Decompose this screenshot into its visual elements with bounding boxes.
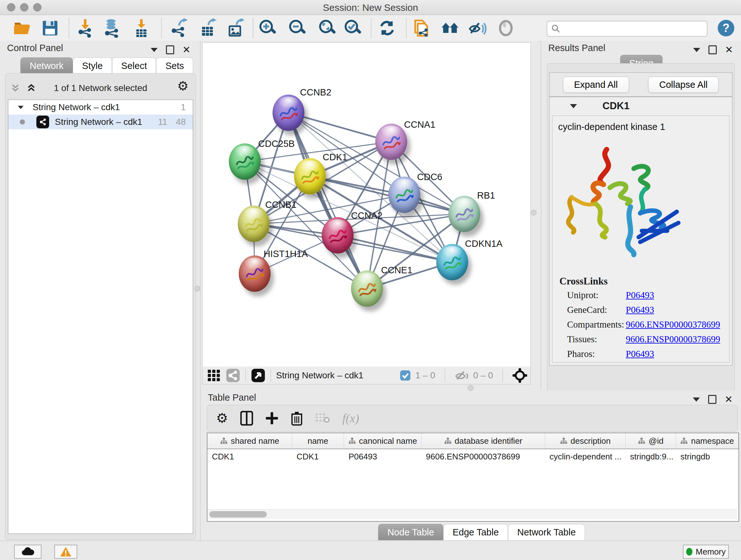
crosslink-label: Compartments: bbox=[567, 319, 624, 330]
panel-menu-icon[interactable] bbox=[693, 397, 700, 401]
table-options-gear-icon[interactable]: ⚙ bbox=[216, 412, 228, 425]
table-cell[interactable]: P06493 bbox=[344, 452, 421, 462]
memory-button[interactable]: Memory bbox=[683, 545, 729, 559]
node-ccnb2[interactable] bbox=[273, 95, 305, 131]
network-options-gear-icon[interactable]: ⚙ bbox=[177, 79, 189, 92]
annotation-share-icon[interactable] bbox=[412, 19, 431, 37]
column-header-description[interactable]: description bbox=[545, 433, 625, 449]
crosslink-genecard-link[interactable]: P06493 bbox=[626, 305, 654, 315]
network-tree-row[interactable]: String Network – cdk11148 bbox=[8, 115, 193, 129]
zoom-in-icon[interactable] bbox=[259, 19, 277, 37]
crosslink-uniprot-link[interactable]: P06493 bbox=[626, 290, 654, 300]
zoom-out-icon[interactable] bbox=[288, 19, 307, 37]
bottom-splitter-handle[interactable] bbox=[468, 385, 474, 391]
tab-network-table[interactable]: Network Table bbox=[508, 524, 585, 540]
panel-float-icon[interactable] bbox=[166, 45, 174, 54]
toolbar-separator bbox=[406, 18, 407, 38]
detach-view-icon[interactable] bbox=[251, 368, 266, 383]
tab-style[interactable]: Style bbox=[73, 57, 112, 74]
panel-float-icon[interactable] bbox=[708, 395, 717, 404]
add-column-icon[interactable] bbox=[265, 412, 279, 425]
left-splitter-handle[interactable] bbox=[194, 286, 200, 292]
node-ccna2[interactable] bbox=[322, 217, 354, 253]
crosslink-pharos-link[interactable]: P06493 bbox=[626, 349, 654, 359]
selected-checkbox-icon[interactable] bbox=[400, 370, 411, 381]
warning-status-button[interactable] bbox=[54, 545, 77, 559]
home-panels-icon[interactable] bbox=[441, 19, 460, 37]
right-splitter-handle[interactable] bbox=[531, 210, 536, 215]
export-image-icon[interactable] bbox=[226, 19, 245, 37]
import-table-file-icon[interactable] bbox=[132, 19, 151, 37]
crosslink-tissues-link[interactable]: 9606.ENSP00000378699 bbox=[626, 334, 720, 345]
network-view-mode-icon[interactable] bbox=[226, 368, 240, 383]
toolbar-separator bbox=[371, 18, 372, 38]
tab-edge-table[interactable]: Edge Table bbox=[443, 524, 508, 540]
zoom-selected-icon[interactable] bbox=[344, 19, 362, 37]
node-cdkn1a[interactable] bbox=[436, 244, 468, 280]
node-ccnb1[interactable] bbox=[238, 206, 270, 242]
export-table-icon[interactable] bbox=[199, 19, 217, 37]
import-network-file-icon[interactable] bbox=[76, 19, 94, 37]
table-horizontal-scrollbar[interactable] bbox=[207, 509, 737, 519]
node-table[interactable]: shared namenamecanonical namedatabase id… bbox=[207, 433, 739, 522]
open-session-icon[interactable] bbox=[13, 19, 31, 37]
panel-close-icon[interactable]: ✕ bbox=[725, 46, 733, 53]
panel-close-icon[interactable]: ✕ bbox=[725, 396, 733, 403]
node-hist1h1a[interactable] bbox=[239, 255, 271, 292]
zoom-fit-icon[interactable] bbox=[318, 19, 337, 37]
inactive-eye-icon[interactable] bbox=[496, 19, 515, 37]
tree-expand-icon[interactable] bbox=[18, 106, 23, 109]
collapse-all-button[interactable]: Collapse All bbox=[648, 77, 719, 93]
show-columns-icon[interactable] bbox=[240, 411, 253, 426]
panel-float-icon[interactable] bbox=[709, 45, 717, 54]
refresh-icon[interactable] bbox=[378, 19, 396, 37]
search-input[interactable] bbox=[564, 22, 707, 36]
main-toolbar: ? bbox=[0, 15, 741, 41]
panel-close-icon[interactable]: ✕ bbox=[183, 46, 191, 53]
tab-node-table[interactable]: Node Table bbox=[378, 524, 443, 540]
grid-view-icon[interactable] bbox=[207, 368, 221, 382]
column-header-name[interactable]: name bbox=[292, 433, 344, 449]
node-ccne1[interactable] bbox=[351, 270, 383, 307]
node-cdc25b[interactable] bbox=[229, 143, 261, 180]
crosslink-compartments-link[interactable]: 9606.ENSP00000378699 bbox=[626, 319, 720, 330]
node-ccna1[interactable] bbox=[375, 124, 407, 160]
network-canvas[interactable]: CCNB2CCNA1CDC25BCDK1CDC6RB1CCNB1CCNA2CDK… bbox=[202, 43, 531, 367]
network-edge[interactable] bbox=[338, 235, 452, 262]
network-tree-row[interactable]: String Network – cdk11 bbox=[8, 100, 193, 115]
tab-sets[interactable]: Sets bbox=[156, 57, 193, 74]
expand-all-button[interactable]: Expand All bbox=[563, 77, 629, 93]
column-header-shared-name[interactable]: shared name bbox=[207, 433, 292, 449]
column-header-namespace[interactable]: namespace bbox=[676, 433, 738, 449]
hide-selected-icon[interactable] bbox=[468, 19, 487, 37]
node-cdc6[interactable] bbox=[388, 177, 420, 213]
table-cell[interactable]: 9606.ENSP00000378699 bbox=[421, 452, 545, 462]
panel-menu-icon[interactable] bbox=[151, 48, 158, 52]
titlebar: Session: New Session bbox=[0, 0, 741, 15]
column-header-id[interactable]: @id bbox=[625, 433, 676, 449]
gene-collapse-icon[interactable] bbox=[570, 104, 577, 108]
tab-select[interactable]: Select bbox=[112, 57, 156, 74]
save-session-icon[interactable] bbox=[41, 19, 59, 37]
cloud-icon bbox=[21, 547, 35, 557]
birds-eye-toggle-icon[interactable] bbox=[513, 368, 527, 383]
column-header-canonical-name[interactable]: canonical name bbox=[344, 433, 421, 449]
network-edge[interactable] bbox=[288, 113, 367, 289]
cloud-status-button[interactable] bbox=[14, 545, 42, 559]
node-rb1[interactable] bbox=[448, 196, 480, 232]
table-cell[interactable]: CDK1 bbox=[207, 452, 292, 462]
table-cell[interactable]: cyclin-dependent ... bbox=[545, 452, 625, 462]
node-cdk1[interactable] bbox=[294, 158, 326, 194]
help-icon[interactable]: ? bbox=[717, 19, 735, 37]
scrollbar-thumb[interactable] bbox=[209, 511, 267, 517]
tab-network[interactable]: Network bbox=[20, 57, 73, 74]
export-network-icon[interactable] bbox=[169, 19, 188, 37]
column-header-database-identifier[interactable]: database identifier bbox=[421, 433, 545, 449]
network-selection-status: 1 of 1 Network selected bbox=[5, 83, 196, 93]
table-cell[interactable]: stringdb:9... bbox=[625, 452, 676, 462]
delete-column-icon[interactable] bbox=[291, 411, 303, 426]
table-cell[interactable]: CDK1 bbox=[292, 452, 344, 462]
table-cell[interactable]: stringdb bbox=[676, 452, 738, 462]
import-network-database-icon[interactable] bbox=[103, 19, 121, 37]
panel-menu-icon[interactable] bbox=[693, 48, 700, 52]
